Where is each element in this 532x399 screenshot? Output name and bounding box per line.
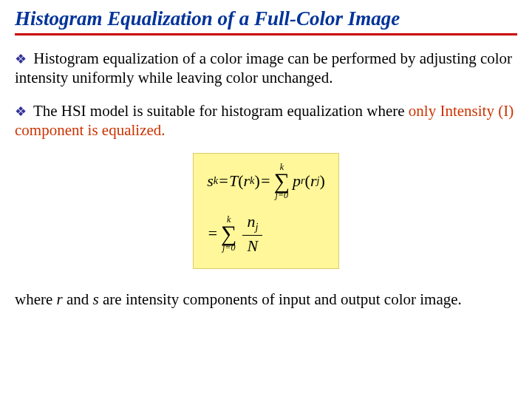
footer-r: r	[57, 290, 63, 308]
fraction: nj N	[242, 213, 262, 255]
sym-T: T	[229, 172, 238, 190]
sigma-icon: k ∑ j=0	[274, 163, 290, 200]
diamond-bullet-icon: ❖	[15, 104, 27, 119]
diamond-bullet-icon: ❖	[15, 52, 27, 66]
sigma-icon: k ∑ j=0	[221, 215, 236, 252]
bullet-paragraph-2: ❖ The HSI model is suitable for histogra…	[15, 101, 517, 140]
sigma-bottom: j=0	[276, 191, 288, 200]
footer-s: s	[93, 290, 99, 308]
sym-r: r	[244, 172, 250, 190]
formula-line-1: sk = T ( rk ) = k ∑ j=0 pr ( rj )	[207, 163, 325, 200]
sym-rparen: )	[254, 172, 259, 190]
footer-mid: and	[63, 290, 93, 308]
sigma-symbol: ∑	[274, 171, 290, 191]
formula-line-2: = k ∑ j=0 nj N	[207, 213, 325, 255]
sym-n: n	[247, 212, 255, 231]
sym-n-sub: j	[255, 221, 258, 233]
sym-eq: =	[218, 172, 229, 190]
sym-eq: =	[207, 225, 218, 242]
bullet-paragraph-1: ❖ Histogram equalization of a color imag…	[15, 49, 517, 88]
formula-container: sk = T ( rk ) = k ∑ j=0 pr ( rj ) =	[15, 153, 517, 269]
sigma-bottom: j=0	[222, 243, 235, 252]
para1-text: Histogram equalization of a color image …	[15, 50, 512, 86]
fraction-num: nj	[242, 213, 262, 236]
sym-lparen: (	[305, 172, 310, 190]
slide: Histogram Equalization of a Full-Color I…	[0, 0, 532, 324]
sym-rparen: )	[319, 172, 324, 190]
sym-p: p	[293, 172, 301, 190]
footer-b: are intensity components of input and ou…	[99, 290, 462, 308]
sym-s: s	[207, 172, 214, 190]
fraction-den: N	[243, 236, 263, 255]
sigma-symbol: ∑	[221, 224, 236, 243]
footer-a: where	[15, 290, 57, 308]
page-title: Histogram Equalization of a Full-Color I…	[15, 7, 517, 35]
sym-rj: r	[310, 172, 317, 190]
footer-note: where r and s are intensity components o…	[15, 290, 517, 309]
sym-lparen: (	[238, 172, 243, 190]
formula-box: sk = T ( rk ) = k ∑ j=0 pr ( rj ) =	[193, 153, 339, 269]
sym-eq: =	[260, 172, 271, 190]
para2a-text: The HSI model is suitable for histogram …	[33, 102, 409, 120]
